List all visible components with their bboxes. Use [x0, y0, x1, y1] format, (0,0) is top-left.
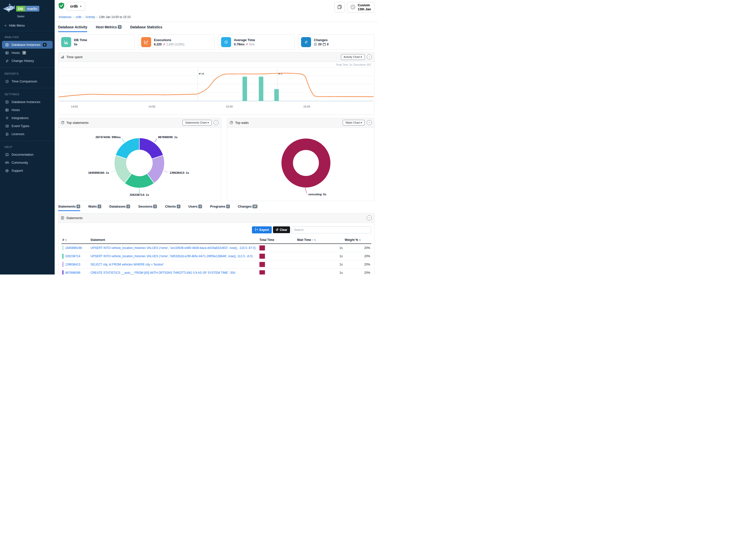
sidebar-item-label: Community: [12, 161, 28, 164]
statement-id-cell: 326238714: [61, 252, 89, 260]
metric-card-title: DB Time: [74, 38, 87, 42]
tab-label: Changes: [238, 205, 252, 208]
pie-slice-label: executing: 5s: [308, 193, 326, 196]
statement-id-link[interactable]: 139638413: [65, 263, 80, 266]
tab-changes[interactable]: Changes20: [238, 205, 257, 211]
collapse-top-waits-button[interactable]: −: [367, 120, 372, 125]
tab-badge: 20: [252, 205, 257, 208]
sidebar-item-change-history[interactable]: Change History: [2, 57, 53, 65]
pie-slice-887898099[interactable]: [139, 138, 163, 159]
sidebar-item-label: Support: [12, 169, 23, 172]
sidebar-item-database-instances[interactable]: Database Instances: [2, 98, 53, 106]
pie-chart-icon: [230, 121, 233, 124]
sort-icon: ⇅: [314, 239, 316, 241]
column-header-statement[interactable]: Statement: [89, 236, 258, 244]
metric-card-value: 5s: [74, 43, 87, 46]
column-header-total-time[interactable]: Total Time: [258, 236, 296, 244]
sidebar-item-support[interactable]: Support: [2, 167, 53, 174]
hide-menu-label: Hide Menu: [9, 24, 25, 27]
tab-clients[interactable]: Clients2: [165, 205, 180, 211]
collapse-top-statements-button[interactable]: −: [214, 120, 219, 125]
tab-label: Database Statistics: [130, 25, 162, 29]
tab-programs[interactable]: Programs2: [210, 205, 230, 211]
tab-database-statistics[interactable]: Database Statistics: [130, 25, 162, 32]
clear-button[interactable]: ↺ Clear: [273, 226, 290, 233]
pie-label-line: [164, 171, 168, 172]
breadcrumb-activity[interactable]: Activity: [85, 15, 95, 19]
pie-label-line: [154, 138, 157, 142]
search-input[interactable]: [292, 226, 371, 233]
time-range-button[interactable]: Custom 13th Jan: [347, 2, 374, 13]
statement-link[interactable]: UPSERT INTO vehicle_location_histories V…: [90, 246, 257, 250]
statement-text-cell: UPSERT INTO vehicle_location_histories V…: [89, 252, 258, 260]
calendar-icon: [323, 43, 326, 46]
column-header-weight[interactable]: Weight %⇅: [344, 236, 371, 244]
community-icon: [5, 161, 9, 164]
sidebar-item-label: Database Instances: [12, 100, 40, 104]
column-label: Weight %: [345, 238, 358, 242]
tab-databases[interactable]: Databases1: [109, 205, 130, 211]
metric-card-body: Executions6,320↗2,830 (123%): [154, 38, 184, 46]
tab-host-metrics[interactable]: Host Metrics0: [96, 25, 122, 32]
statements-chart-select[interactable]: Statements Chart ▾: [182, 120, 212, 126]
hide-menu-button[interactable]: « Hide Menu: [0, 20, 55, 31]
tab-database-activity[interactable]: Database Activity: [58, 25, 87, 32]
sidebar-item-integrations[interactable]: Integrations: [2, 114, 53, 122]
copy-link-button[interactable]: [334, 2, 345, 13]
top-waits-title: Top waits: [235, 121, 249, 125]
sidebar-item-documentation[interactable]: Documentation: [2, 151, 53, 158]
sidebar-section-label: REPORTS: [0, 71, 55, 77]
event-icon: [5, 124, 9, 128]
pie-slice-executing[interactable]: [287, 144, 325, 181]
breadcrumb-crdb[interactable]: crdb: [75, 15, 81, 19]
sidebar-item-licences[interactable]: Licences: [2, 130, 53, 138]
time-spent-panel: Time spent Activity Chart ▾ − Peak Time:…: [58, 52, 374, 115]
statement-id-link[interactable]: 326238714: [65, 254, 80, 258]
instance-name: crdb: [70, 4, 78, 8]
pie-label-line: [111, 171, 115, 172]
swap-icon: [301, 37, 311, 47]
tab-users[interactable]: Users2: [188, 205, 202, 211]
sidebar-item-database-instances[interactable]: Database Instances1: [2, 41, 53, 49]
metric-card-value: 6,320↗2,830 (123%): [154, 43, 184, 46]
sidebar-section-label: SETTINGS: [0, 92, 55, 98]
statement-id-link[interactable]: 887898099: [65, 271, 80, 275]
waits-chart-select[interactable]: Waits Chart ▾: [343, 120, 365, 126]
breadcrumb-instances[interactable]: Instances: [59, 15, 71, 19]
column-header-wait-time[interactable]: Wait Time↑⇅: [296, 236, 344, 244]
metric-arrow: ↗: [163, 43, 165, 46]
sidebar-item-community[interactable]: Community: [2, 159, 53, 166]
collapse-statements-button[interactable]: −: [367, 215, 372, 220]
column-header-[interactable]: #⇅: [61, 236, 89, 244]
statement-link[interactable]: CREATE STATISTICS __auto__ FROM [63] WIT…: [90, 271, 257, 275]
export-button[interactable]: Export: [252, 226, 272, 233]
collapse-time-spent-button[interactable]: −: [367, 54, 372, 59]
statements-table: #⇅StatementTotal TimeWait Time↑⇅Weight %…: [61, 236, 371, 275]
statement-link[interactable]: UPSERT INTO vehicle_location_histories V…: [90, 254, 257, 258]
top-waits-panel: Top waits Waits Chart ▾ − executing: 5s: [227, 118, 374, 201]
activity-chart-select[interactable]: Activity Chart ▾: [341, 54, 365, 60]
sidebar-section-reports: REPORTSTime Comparison: [0, 67, 55, 88]
metric-card-title: Executions: [154, 38, 184, 42]
sidebar-item-hosts[interactable]: Hosts0: [2, 49, 53, 57]
tab-sessions[interactable]: Sessions2: [138, 205, 157, 211]
table-row: 326238714UPSERT INTO vehicle_location_hi…: [61, 252, 371, 260]
page-header: crdb ▼: [55, 0, 378, 22]
sidebar-item-hosts[interactable]: Hosts: [2, 106, 53, 114]
tab-badge: 5: [76, 205, 80, 208]
sidebar-item-event-types[interactable]: Event Types: [2, 122, 53, 130]
peak-note: Peak Time: 2s, Executions: 837: [336, 63, 371, 66]
instance-selector[interactable]: crdb ▼: [67, 2, 85, 11]
tab-waits[interactable]: Waits1: [88, 205, 101, 211]
swap-icon: [5, 59, 9, 63]
brand-logo: DB marlin Starter: [0, 0, 55, 20]
total-time-bar: [259, 270, 265, 275]
tab-label: Statements: [58, 205, 76, 208]
tab-statements[interactable]: Statements5: [58, 205, 80, 211]
pie-slice-287474436[interactable]: [116, 138, 139, 159]
statement-link[interactable]: SELECT city, id FROM vehicles WHERE city…: [90, 263, 257, 266]
sidebar-item-time-comparison[interactable]: Time Comparison: [2, 77, 53, 85]
statement-id-link[interactable]: 1845898166: [65, 246, 82, 250]
tab-label: Databases: [109, 205, 126, 208]
breadcrumb-separator: ›: [73, 15, 74, 19]
